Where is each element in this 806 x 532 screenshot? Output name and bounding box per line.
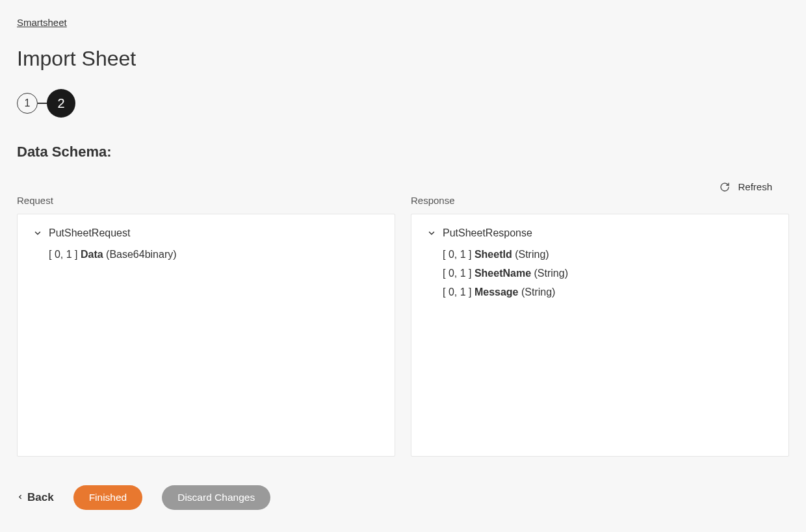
field-type: (String) (512, 249, 549, 260)
request-column: Request PutSheetRequest [ 0, 1 ] Data (B… (17, 195, 395, 457)
footer-actions: Back Finished Discard Changes (17, 485, 789, 510)
request-label: Request (17, 195, 395, 206)
breadcrumb-link[interactable]: Smartsheet (17, 17, 67, 28)
step-connector (38, 103, 47, 104)
refresh-icon (720, 182, 730, 192)
step-2[interactable]: 2 (47, 89, 75, 118)
response-field[interactable]: [ 0, 1 ] Message (String) (427, 283, 773, 302)
response-panel: PutSheetResponse [ 0, 1 ] SheetId (Strin… (411, 214, 789, 457)
page-title: Import Sheet (17, 47, 789, 71)
request-panel: PutSheetRequest [ 0, 1 ] Data (Base64bin… (17, 214, 395, 457)
field-name: Data (81, 249, 103, 260)
chevron-down-icon (33, 229, 42, 238)
back-button[interactable]: Back (17, 491, 54, 504)
section-title: Data Schema: (17, 144, 789, 160)
response-root-label: PutSheetResponse (443, 227, 532, 239)
field-cardinality: [ 0, 1 ] (443, 268, 474, 279)
request-root-node[interactable]: PutSheetRequest (33, 227, 379, 239)
chevron-down-icon (427, 229, 436, 238)
response-field[interactable]: [ 0, 1 ] SheetId (String) (427, 246, 773, 264)
chevron-left-icon (17, 491, 23, 504)
field-name: SheetName (474, 268, 531, 279)
request-field[interactable]: [ 0, 1 ] Data (Base64binary) (33, 246, 379, 264)
field-name: Message (474, 286, 519, 298)
field-name: SheetId (474, 249, 512, 260)
field-cardinality: [ 0, 1 ] (443, 286, 474, 298)
field-cardinality: [ 0, 1 ] (443, 249, 474, 260)
finished-button[interactable]: Finished (73, 485, 143, 510)
response-root-node[interactable]: PutSheetResponse (427, 227, 773, 239)
response-column: Response PutSheetResponse [ 0, 1 ] Sheet… (411, 195, 789, 457)
field-type: (String) (531, 268, 568, 279)
request-root-label: PutSheetRequest (49, 227, 130, 239)
field-cardinality: [ 0, 1 ] (49, 249, 81, 260)
response-field[interactable]: [ 0, 1 ] SheetName (String) (427, 264, 773, 283)
refresh-label: Refresh (738, 181, 772, 192)
stepper: 1 2 (17, 89, 789, 118)
field-type: (Base64binary) (103, 249, 177, 260)
response-label: Response (411, 195, 789, 206)
field-type: (String) (519, 286, 556, 298)
refresh-button[interactable]: Refresh (720, 181, 772, 192)
discard-changes-button[interactable]: Discard Changes (162, 485, 270, 510)
step-1[interactable]: 1 (17, 93, 38, 114)
back-label: Back (27, 491, 54, 504)
